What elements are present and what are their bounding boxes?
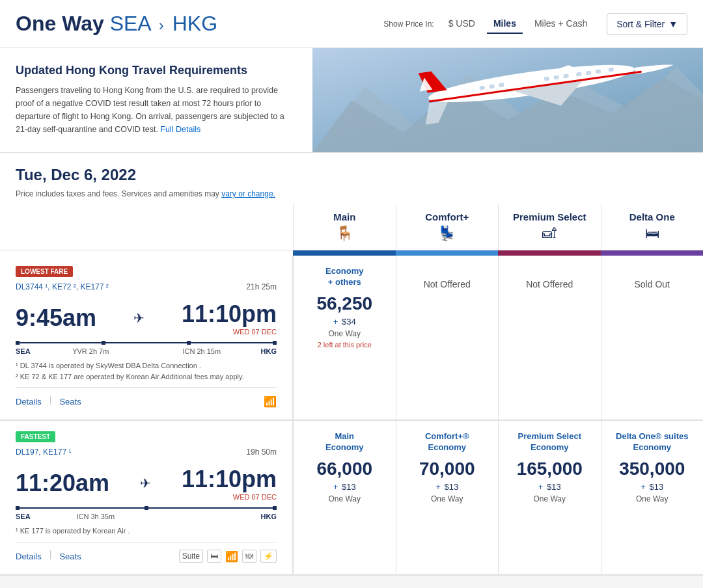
full-details-link[interactable]: Full Details [160, 125, 200, 134]
price-miles-cash[interactable]: Miles + Cash [528, 14, 594, 34]
plus-icon-2-main: + [333, 482, 338, 492]
svg-rect-5 [479, 85, 485, 90]
food-icon: 🍽 [242, 550, 256, 563]
sold-out-1-deltaone: Sold Out [635, 279, 670, 289]
cabin-name-comfort: Comfort+ [402, 211, 493, 222]
flight-date: Tue, Dec 6, 2022 [16, 166, 687, 184]
fare-miles-2-main: 66,000 [316, 459, 372, 479]
cabin-color-bars [0, 250, 703, 256]
cabin-header-main: Main 🪑 [293, 204, 396, 250]
route-labels-1: SEA YVR 2h 7m ICN 2h 15m HKG [16, 347, 277, 355]
fare-type-2-comfort: One Way [431, 494, 463, 503]
label-sea-2: SEA [16, 513, 35, 520]
dest-code: HKG [172, 12, 217, 35]
travel-notice-body: Passengers traveling to Hong Kong from t… [16, 84, 297, 136]
cash-value-2-main: $13 [342, 482, 356, 492]
footnotes-2: ¹ KE 177 is operated by Korean Air . [16, 526, 277, 537]
details-seats-2: Details | Seats [16, 549, 81, 564]
footnote-1-1: ¹ DL 3744 is operated by SkyWest DBA Del… [16, 360, 277, 371]
cabin-name-main: Main [299, 211, 391, 222]
route-bar-1 [16, 341, 277, 345]
seats-button-1[interactable]: Seats [59, 394, 81, 409]
arrive-date-2: WED 07 DEC [182, 493, 277, 501]
price-includes-text: Price includes taxes and fees. Services … [16, 189, 219, 198]
cash-value-2-premium: $13 [547, 482, 561, 492]
svg-rect-8 [544, 77, 549, 81]
seat-icon-premium: 🛋 [504, 225, 596, 242]
flight-times-2: 11:20am ✈ 11:10pm WED 07 DEC [16, 466, 277, 501]
cash-value-2-deltaone: $13 [650, 482, 664, 492]
price-miles[interactable]: Miles [487, 14, 523, 34]
price-usd[interactable]: $ USD [442, 14, 482, 34]
fare-cell-2-main[interactable]: MainEconomy 66,000 + $13 One Way [293, 421, 396, 574]
route-arrow: › [159, 16, 164, 34]
plus-icon-1-main: + [333, 317, 338, 327]
svg-rect-11 [576, 72, 582, 77]
route-line-1c [191, 342, 273, 343]
footnotes-1: ¹ DL 3744 is operated by SkyWest DBA Del… [16, 360, 277, 382]
depart-time-1: 9:45am [16, 304, 96, 332]
seats-button-2[interactable]: Seats [59, 549, 81, 564]
fare-cell-1-main[interactable]: Economy+ others 56,250 + $34 One Way 2 l… [293, 256, 396, 420]
fare-miles-2-deltaone: 350,000 [619, 459, 685, 479]
cabin-header-comfort: Comfort+ 💺 [396, 204, 499, 250]
page-header: One Way SEA › HKG Show Price In: $ USD M… [0, 0, 703, 48]
fare-type-2-premium: One Way [533, 494, 566, 503]
fare-cell-2-comfort[interactable]: Comfort+®Economy 70,000 + $13 One Way [396, 421, 499, 574]
bar-premium [498, 250, 601, 256]
details-button-2[interactable]: Details [16, 549, 42, 564]
bar-flight [0, 250, 293, 256]
wifi-icon-2: 📶 [225, 550, 238, 563]
not-offered-1-premium: Not Offered [526, 279, 573, 289]
fare-cell-1-comfort: Not Offered [396, 256, 499, 420]
fare-cash-2-deltaone: + $13 [641, 482, 663, 492]
fare-cell-2-premium[interactable]: Premium SelectEconomy 165,000 + $13 One … [498, 421, 601, 574]
cabin-header-premium: Premium Select 🛋 [498, 204, 601, 250]
fare-cash-2-premium: + $13 [538, 482, 561, 492]
label-yvr-1: YVR 2h 7m [35, 347, 146, 355]
travel-notice-banner: Updated Hong Kong Travel Requirements Pa… [0, 48, 703, 153]
plus-icon-2-comfort: + [435, 482, 441, 492]
vary-change-link[interactable]: vary or change. [221, 189, 275, 198]
suite-icon: Suite [179, 550, 203, 563]
route-dot-hkg-2 [273, 506, 277, 510]
bar-main [293, 250, 396, 256]
fare-type-1-main: One Way [328, 329, 361, 338]
travel-notice-image [312, 48, 703, 152]
fare-type-2-deltaone: One Way [636, 494, 669, 503]
origin-code: SEA [110, 12, 150, 35]
travel-notice-title: Updated Hong Kong Travel Requirements [16, 64, 297, 77]
not-offered-1-comfort: Not Offered [424, 279, 471, 289]
label-hkg-1: HKG [257, 347, 277, 355]
header-controls: Show Price In: $ USD Miles Miles + Cash … [383, 13, 687, 35]
svg-rect-12 [586, 70, 592, 75]
route-bar-2 [16, 506, 277, 510]
seat-icon-comfort: 💺 [402, 225, 493, 242]
fare-class-label-2-premium: Premium SelectEconomy [517, 431, 581, 453]
flight-times-1: 9:45am ✈ 11:10pm WED 07 DEC [16, 301, 277, 336]
route-line-1a [20, 342, 102, 343]
fare-class-label-2-main: MainEconomy [325, 431, 364, 453]
seat-icon-main: 🪑 [299, 225, 391, 242]
fare-class-label-2-deltaone: Delta One® suitesEconomy [616, 431, 688, 453]
show-price-section: Show Price In: $ USD Miles Miles + Cash [383, 14, 594, 34]
fare-cell-2-deltaone[interactable]: Delta One® suitesEconomy 350,000 + $13 O… [601, 421, 704, 574]
arrive-time-1: 11:10pm [182, 301, 277, 328]
sort-filter-button[interactable]: Sort & Filter ▼ [607, 13, 687, 35]
details-seats-1: Details | Seats [16, 394, 81, 409]
flight-info-1: LOWEST FARE DL3744 ¹, KE72 ², KE177 ² 21… [0, 256, 293, 420]
fare-miles-1-main: 56,250 [316, 293, 372, 314]
depart-time-2: 11:20am [16, 470, 109, 497]
footnote-2-1: ¹ KE 177 is operated by Korean Air . [16, 526, 277, 537]
fare-miles-2-comfort: 70,000 [419, 459, 475, 479]
wifi-icon-1: 📶 [264, 395, 277, 408]
fare-cell-1-premium: Not Offered [498, 256, 601, 420]
flight-section: Tue, Dec 6, 2022 Price includes taxes an… [0, 153, 703, 576]
sort-filter-label: Sort & Filter [616, 19, 665, 29]
flight-numbers-1: DL3744 ¹, KE72 ², KE177 ² [16, 282, 109, 291]
details-button-1[interactable]: Details [16, 394, 42, 409]
fare-cell-1-deltaone: Sold Out [601, 256, 704, 420]
bar-deltaone [601, 250, 704, 256]
cash-value-1-main: $34 [342, 317, 356, 327]
fare-cash-2-main: + $13 [333, 482, 356, 492]
